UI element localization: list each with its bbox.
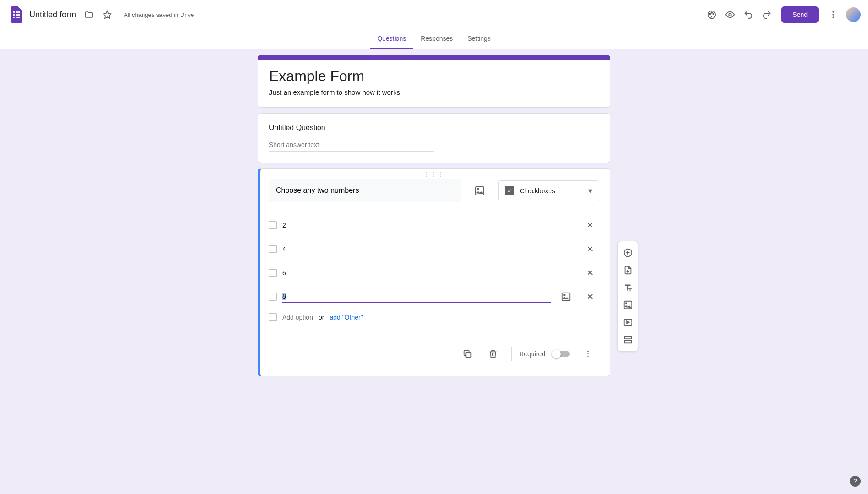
remove-option-icon[interactable]: ✕: [581, 216, 599, 234]
remove-option-icon[interactable]: ✕: [581, 264, 599, 282]
floating-toolbar: [617, 241, 638, 352]
send-button[interactable]: Send: [781, 6, 819, 23]
checkbox-icon: [269, 269, 277, 277]
question-title-input[interactable]: [269, 179, 461, 202]
add-other-button[interactable]: add "Other": [330, 314, 363, 321]
divider: [511, 347, 512, 361]
form-name[interactable]: Untitled form: [29, 10, 76, 20]
required-toggle[interactable]: [553, 351, 570, 357]
required-label: Required: [519, 350, 545, 358]
save-status: All changes saved in Drive: [124, 11, 194, 18]
option-image-icon[interactable]: [557, 288, 575, 306]
add-option-row: Add option or add "Other": [269, 310, 599, 324]
svg-point-13: [587, 351, 588, 352]
form-title[interactable]: Example Form: [269, 68, 599, 85]
forms-logo[interactable]: [7, 5, 26, 24]
import-questions-icon[interactable]: [619, 261, 637, 279]
svg-point-9: [478, 188, 479, 190]
svg-rect-12: [466, 352, 471, 357]
option-row: 2 ✕: [269, 213, 599, 237]
question-footer: Required: [269, 337, 599, 365]
more-icon[interactable]: [824, 5, 842, 24]
checkbox-icon: [269, 245, 277, 253]
question-title[interactable]: Untitled Question: [269, 124, 599, 132]
form-canvas: Example Form Just an example form to sho…: [0, 49, 868, 400]
option-label[interactable]: 4: [282, 244, 551, 255]
move-to-folder-icon[interactable]: [80, 5, 98, 24]
add-video-icon[interactable]: [619, 314, 637, 331]
question-card-1[interactable]: Untitled Question Short answer text: [258, 113, 610, 163]
short-answer-placeholder: Short answer text: [269, 141, 434, 152]
svg-point-3: [713, 13, 714, 15]
svg-rect-21: [625, 341, 632, 343]
drag-handle-icon[interactable]: ⋮⋮⋮: [269, 173, 599, 176]
svg-point-5: [832, 11, 834, 13]
svg-point-14: [587, 353, 588, 354]
svg-point-6: [832, 14, 834, 15]
tab-settings[interactable]: Settings: [460, 29, 498, 49]
checkbox-icon: [269, 313, 277, 321]
or-text: or: [319, 314, 324, 321]
redo-icon[interactable]: [758, 5, 776, 24]
delete-icon[interactable]: [482, 343, 504, 365]
option-label[interactable]: 2: [282, 220, 551, 231]
account-avatar[interactable]: [846, 7, 861, 22]
remove-option-icon[interactable]: ✕: [581, 240, 599, 258]
form-header-card[interactable]: Example Form Just an example form to sho…: [258, 55, 610, 108]
add-title-icon[interactable]: [619, 279, 637, 296]
checkbox-type-icon: [505, 186, 514, 195]
svg-point-2: [711, 12, 713, 13]
add-question-icon[interactable]: [619, 244, 637, 261]
star-icon[interactable]: [98, 5, 116, 24]
tab-responses[interactable]: Responses: [413, 29, 460, 49]
question-more-icon[interactable]: [577, 343, 599, 365]
checkbox-icon: [269, 293, 277, 301]
svg-point-18: [626, 303, 627, 304]
undo-icon[interactable]: [739, 5, 758, 24]
svg-point-1: [709, 13, 711, 15]
option-row: 4 ✕: [269, 237, 599, 261]
dropdown-arrow-icon: ▾: [588, 186, 592, 195]
question-type-label: Checkboxes: [520, 187, 588, 195]
option-label[interactable]: 6: [282, 267, 551, 278]
duplicate-icon[interactable]: [456, 343, 478, 365]
option-input[interactable]: [282, 291, 551, 303]
option-row: ✕: [269, 285, 599, 309]
add-image-icon[interactable]: [619, 296, 637, 314]
customize-theme-icon[interactable]: [703, 5, 721, 24]
tab-bar: Questions Responses Settings: [0, 29, 868, 49]
svg-point-7: [832, 16, 834, 18]
question-card-2[interactable]: ⋮⋮⋮ Checkboxes ▾ 2 ✕: [258, 168, 610, 376]
tab-questions[interactable]: Questions: [370, 29, 413, 49]
add-section-icon[interactable]: [619, 331, 637, 348]
svg-rect-20: [625, 337, 632, 339]
svg-point-15: [587, 356, 588, 357]
preview-icon[interactable]: [721, 5, 739, 24]
add-option-button[interactable]: Add option: [282, 314, 313, 321]
app-header: Untitled form All changes saved in Drive…: [0, 0, 868, 29]
question-type-select[interactable]: Checkboxes ▾: [498, 180, 599, 201]
form-description[interactable]: Just an example form to show how it work…: [269, 88, 599, 96]
option-row: 6 ✕: [269, 261, 599, 285]
remove-option-icon[interactable]: ✕: [581, 288, 599, 306]
add-image-icon[interactable]: [469, 180, 491, 202]
svg-point-11: [564, 294, 565, 296]
svg-point-4: [729, 13, 732, 16]
checkbox-icon: [269, 221, 277, 229]
